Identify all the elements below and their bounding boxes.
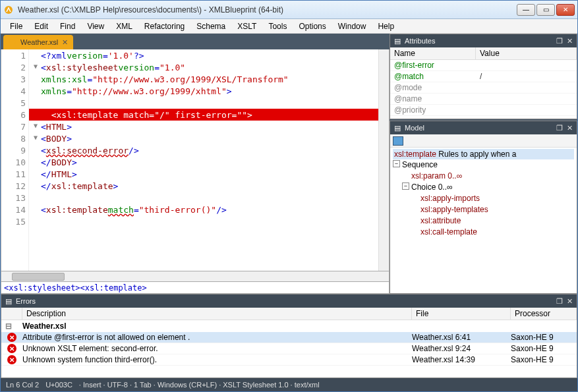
attr-head-value[interactable]: Value xyxy=(476,47,577,59)
error-icon: ✕ xyxy=(7,344,16,353)
attr-row[interactable]: @mode xyxy=(390,82,577,94)
errors-title: Errors xyxy=(16,297,36,305)
panel-restore-icon[interactable]: ❐ xyxy=(556,297,563,306)
tree-node[interactable]: − Sequence xsl:param 0..∞ − Choice 0..∞ … xyxy=(393,159,574,238)
model-tool-icon[interactable] xyxy=(393,136,403,146)
code-line[interactable]: <xsl:template match="third-error()"/> xyxy=(29,204,378,215)
code-line[interactable]: </BODY> xyxy=(29,156,378,168)
err-head-desc[interactable]: Description xyxy=(22,308,412,320)
close-button[interactable]: ✕ xyxy=(556,4,575,16)
attributes-title: Attributes xyxy=(405,37,435,45)
panel-restore-icon[interactable]: ❐ xyxy=(556,37,563,45)
panel-close-icon[interactable]: ✕ xyxy=(567,297,573,306)
code-line[interactable]: </xsl:template> xyxy=(29,180,378,192)
attributes-panel: ▤ Attributes ❐ ✕ Name Value @first-error… xyxy=(390,34,577,119)
collapse-icon[interactable]: − xyxy=(402,182,409,190)
status-position: Ln 6 Col 2 xyxy=(6,381,39,389)
attr-row[interactable]: @priority xyxy=(390,105,577,116)
tab-strip: Weather.xsl ✕ xyxy=(1,34,390,49)
tree-node[interactable]: xsl:apply-imports xyxy=(411,193,574,204)
code-line[interactable]: <?xml version='1.0'?> xyxy=(29,49,378,61)
horizontal-scrollbar[interactable] xyxy=(1,271,390,282)
code-line[interactable]: xmlns="http://www.w3.org/1999/xhtml"> xyxy=(29,85,378,97)
error-row[interactable]: ✕ Unknown XSLT element: second-error.Wea… xyxy=(1,343,577,354)
attr-row[interactable]: @name xyxy=(390,94,577,105)
code-line[interactable]: <HTML> xyxy=(29,121,378,132)
err-head-file[interactable]: File xyxy=(412,308,511,320)
breadcrumb[interactable]: <xsl:stylesheet><xsl:template> xyxy=(1,282,390,294)
menu-tools[interactable]: Tools xyxy=(263,20,292,32)
errors-panel: ▤ Errors ❐ ✕ Description File Processor … xyxy=(1,294,577,378)
error-icon: ✕ xyxy=(7,333,16,342)
model-title: Model xyxy=(405,124,424,132)
vertical-scrollbar[interactable] xyxy=(378,49,389,271)
menu-xslt[interactable]: XSLT xyxy=(232,20,262,32)
status-item: text/xml xyxy=(291,381,320,389)
tree-node[interactable]: xsl:call-template xyxy=(411,227,574,238)
code-line[interactable]: <BODY> xyxy=(29,132,378,144)
menu-refactoring[interactable]: Refactoring xyxy=(139,20,190,32)
panel-icon: ▤ xyxy=(394,124,401,132)
menu-edit[interactable]: Edit xyxy=(29,20,53,32)
menu-xml[interactable]: XML xyxy=(111,20,138,32)
collapse-icon[interactable]: ⊟ xyxy=(5,322,22,331)
code-editor[interactable]: 12▼3456▼7▼8▼9101112131415 <?xml version=… xyxy=(1,49,390,271)
code-line[interactable]: xmlns:xsl="http://www.w3.org/1999/XSL/Tr… xyxy=(29,73,378,85)
attr-row[interactable]: @match/ xyxy=(390,71,577,82)
maximize-button[interactable]: ▭ xyxy=(536,4,555,16)
model-panel: ▤ Model ❐ ✕ xsl:template Rules to apply … xyxy=(390,121,577,294)
status-item: UTF-8 xyxy=(103,381,128,389)
line-gutter: 12▼3456▼7▼8▼9101112131415 xyxy=(1,49,29,271)
code-line[interactable] xyxy=(29,192,378,204)
statusbar: Ln 6 Col 2 U+003C Insert UTF-8 1 Tab Win… xyxy=(1,378,577,391)
scrollbar-thumb[interactable] xyxy=(12,273,65,281)
file-icon xyxy=(9,38,16,46)
code-line[interactable]: <xsl:stylesheet version="1.0" xyxy=(29,61,378,73)
menu-help[interactable]: Help xyxy=(372,20,399,32)
model-root[interactable]: xsl:template Rules to apply when a xyxy=(393,149,574,159)
error-group[interactable]: ⊟ Weather.xsl xyxy=(1,320,577,332)
code-line[interactable] xyxy=(29,97,378,109)
panel-close-icon[interactable]: ✕ xyxy=(567,124,573,132)
panel-close-icon[interactable]: ✕ xyxy=(567,37,573,45)
tree-node[interactable]: xsl:apply-templates xyxy=(411,204,574,215)
app-window: Weather.xsl (C:\XMLBP Help\resources\doc… xyxy=(0,0,578,392)
svg-point-1 xyxy=(9,39,16,45)
menu-schema[interactable]: Schema xyxy=(191,20,231,32)
code-line[interactable]: <xsl:template match="/" first-error=""> xyxy=(29,109,378,121)
attr-head-name[interactable]: Name xyxy=(390,47,476,59)
menu-find[interactable]: Find xyxy=(55,20,80,32)
tree-node[interactable]: − Choice 0..∞ xsl:apply-importsxsl:apply… xyxy=(402,182,574,238)
status-item: 1 Tab xyxy=(130,381,152,389)
menu-view[interactable]: View xyxy=(82,20,109,32)
status-charcode: U+003C xyxy=(45,381,72,389)
err-head-proc[interactable]: Processor xyxy=(511,308,577,320)
tab-close-icon[interactable]: ✕ xyxy=(62,38,68,47)
tree-node[interactable]: xsl:attribute xyxy=(411,215,574,227)
collapse-icon[interactable]: − xyxy=(393,160,400,167)
code-line[interactable]: </HTML> xyxy=(29,168,378,180)
titlebar[interactable]: Weather.xsl (C:\XMLBP Help\resources\doc… xyxy=(1,1,577,19)
status-item: XSLT Stylesheet 1.0 xyxy=(219,381,288,389)
code-line[interactable]: <xsl:second-error/> xyxy=(29,144,378,156)
status-item: Windows (CR+LF) xyxy=(154,381,217,389)
minimize-button[interactable]: — xyxy=(517,4,535,16)
model-toolbar xyxy=(390,134,577,148)
tab-label: Weather.xsl xyxy=(20,38,58,46)
code-area[interactable]: <?xml version='1.0'?><xsl:stylesheet ver… xyxy=(29,49,378,271)
error-icon: ✕ xyxy=(7,355,16,364)
panel-restore-icon[interactable]: ❐ xyxy=(556,124,563,132)
attr-row[interactable]: @first-error xyxy=(390,60,577,71)
menu-window[interactable]: Window xyxy=(333,20,372,32)
status-item: Insert xyxy=(79,381,101,389)
error-row[interactable]: ✕ Unknown system function third-error().… xyxy=(1,354,577,366)
menu-file[interactable]: File xyxy=(5,20,28,32)
error-row[interactable]: ✕ Attribute @first-error is not allowed … xyxy=(1,332,577,343)
window-title: Weather.xsl (C:\XMLBP Help\resources\doc… xyxy=(18,5,517,14)
code-line[interactable] xyxy=(29,215,378,227)
menu-options[interactable]: Options xyxy=(293,20,331,32)
menubar: FileEditFindViewXMLRefactoringSchemaXSLT… xyxy=(1,19,577,34)
tree-node[interactable]: xsl:param 0..∞ xyxy=(402,171,574,182)
editor-tab[interactable]: Weather.xsl ✕ xyxy=(3,35,73,49)
panel-icon: ▤ xyxy=(5,297,12,306)
